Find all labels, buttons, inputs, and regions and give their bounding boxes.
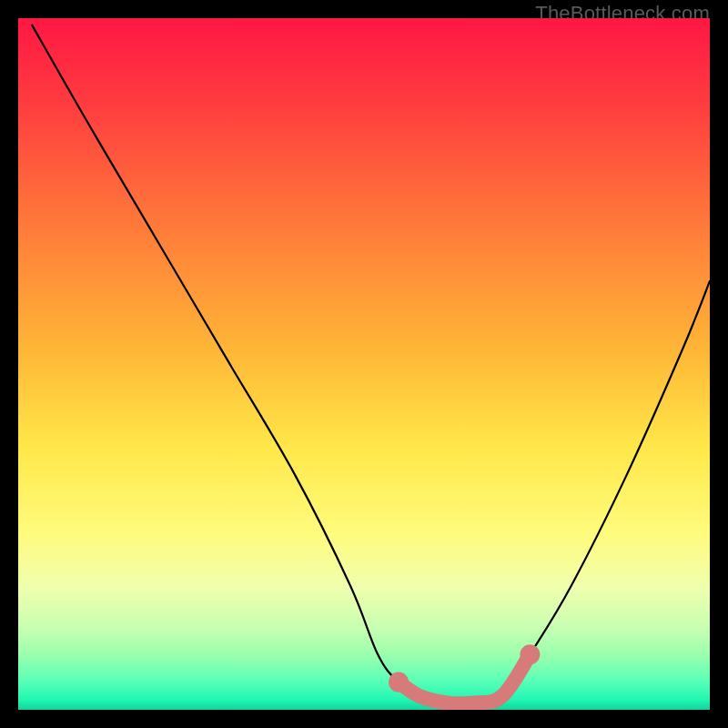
plot-area <box>18 18 710 710</box>
highlight-end-dot <box>520 644 540 664</box>
bottleneck-chart <box>18 18 710 710</box>
chart-frame: TheBottleneck.com <box>0 0 728 728</box>
highlight-start-dot <box>389 672 409 693</box>
gradient-background <box>18 18 710 710</box>
